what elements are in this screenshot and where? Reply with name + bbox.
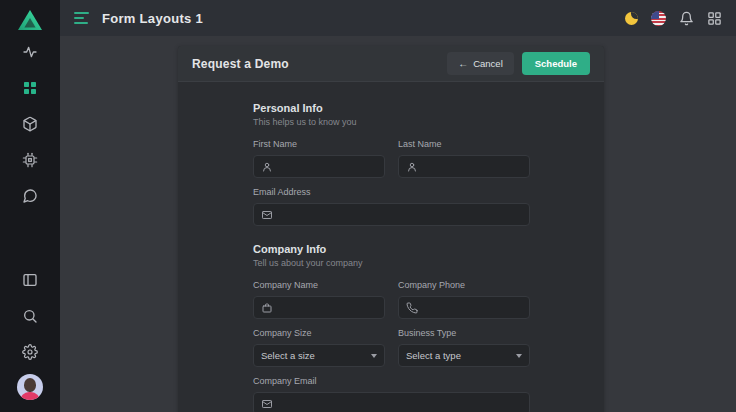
sidebar-item-search[interactable] xyxy=(12,298,48,334)
envelope-icon xyxy=(261,398,273,410)
person-icon xyxy=(406,161,418,173)
company-email-text-input[interactable] xyxy=(279,398,522,409)
cancel-button[interactable]: ← Cancel xyxy=(447,52,514,75)
user-avatar[interactable] xyxy=(17,374,43,400)
chat-bubble-icon xyxy=(22,188,38,204)
layout-icon xyxy=(22,272,38,288)
search-icon xyxy=(22,308,38,324)
company-phone-label: Company Phone xyxy=(398,280,530,290)
email-address-text-input[interactable] xyxy=(279,209,522,220)
last-name-field: Last Name xyxy=(398,139,530,178)
icon-sidebar xyxy=(0,0,60,412)
business-type-selected-value: Select a type xyxy=(406,350,510,361)
first-name-text-input[interactable] xyxy=(279,161,377,172)
sidebar-nav-top xyxy=(12,34,48,214)
envelope-icon xyxy=(261,209,273,221)
sidebar-nav-bottom xyxy=(12,262,48,370)
briefcase-icon xyxy=(261,302,273,314)
chevron-down-icon xyxy=(516,354,522,358)
schedule-button-label: Schedule xyxy=(535,58,577,69)
company-info-heading: Company Info xyxy=(253,243,530,255)
business-type-label: Business Type xyxy=(398,328,530,338)
section-personal-info: Personal Info This helps us to know you … xyxy=(253,102,530,226)
chevron-down-icon xyxy=(371,354,377,358)
email-address-input[interactable] xyxy=(253,203,530,226)
personal-info-heading: Personal Info xyxy=(253,102,530,114)
sidebar-item-elements[interactable] xyxy=(12,142,48,178)
activity-icon xyxy=(22,44,38,60)
sidebar-item-activity[interactable] xyxy=(12,34,48,70)
last-name-input[interactable] xyxy=(398,155,530,178)
chip-icon xyxy=(22,152,38,168)
company-size-selected-value: Select a size xyxy=(261,350,365,361)
language-selector[interactable] xyxy=(651,11,666,26)
person-icon xyxy=(261,161,273,173)
topbar-actions xyxy=(625,11,722,26)
back-arrow-icon: ← xyxy=(458,59,468,69)
email-address-label: Email Address xyxy=(253,187,530,197)
company-name-input[interactable] xyxy=(253,296,385,319)
business-type-select[interactable]: Select a type xyxy=(398,344,530,367)
moon-icon xyxy=(625,12,638,25)
personal-info-subtitle: This helps us to know you xyxy=(253,117,530,127)
phone-icon xyxy=(406,302,418,314)
cancel-button-label: Cancel xyxy=(473,58,503,69)
schedule-button[interactable]: Schedule xyxy=(522,52,590,75)
page-title: Form Layouts 1 xyxy=(102,11,203,26)
company-phone-input[interactable] xyxy=(398,296,530,319)
business-type-field: Business Type Select a type xyxy=(398,328,530,367)
menu-toggle-icon[interactable] xyxy=(74,10,89,26)
company-email-field: Company Email xyxy=(253,376,530,412)
content-area: Request a Demo ← Cancel Schedule Persona… xyxy=(60,36,736,412)
us-flag-icon xyxy=(651,11,666,26)
sidebar-item-settings[interactable] xyxy=(12,334,48,370)
gear-icon xyxy=(22,344,38,360)
first-name-field: First Name xyxy=(253,139,385,178)
app-logo-triangle-icon[interactable] xyxy=(17,8,43,32)
email-address-field: Email Address xyxy=(253,187,530,226)
last-name-label: Last Name xyxy=(398,139,530,149)
apps-menu-button[interactable] xyxy=(707,11,722,26)
company-phone-text-input[interactable] xyxy=(424,302,522,313)
notifications-button[interactable] xyxy=(679,11,694,26)
company-info-subtitle: Tell us about your company xyxy=(253,258,530,268)
apps-grid-icon xyxy=(707,11,722,26)
bell-icon xyxy=(679,11,694,26)
company-phone-field: Company Phone xyxy=(398,280,530,319)
sidebar-item-chat[interactable] xyxy=(12,178,48,214)
topbar: Form Layouts 1 xyxy=(60,0,736,36)
card-title: Request a Demo xyxy=(192,57,289,71)
company-size-select[interactable]: Select a size xyxy=(253,344,385,367)
grid-icon xyxy=(22,80,38,96)
card-header: Request a Demo ← Cancel Schedule xyxy=(178,46,604,82)
first-name-input[interactable] xyxy=(253,155,385,178)
first-name-label: First Name xyxy=(253,139,385,149)
sidebar-item-layouts[interactable] xyxy=(12,70,48,106)
company-name-text-input[interactable] xyxy=(279,302,377,313)
sidebar-item-layout-toggle[interactable] xyxy=(12,262,48,298)
company-email-input[interactable] xyxy=(253,392,530,412)
company-size-label: Company Size xyxy=(253,328,385,338)
company-email-label: Company Email xyxy=(253,376,530,386)
card-body: Personal Info This helps us to know you … xyxy=(178,82,604,412)
last-name-text-input[interactable] xyxy=(424,161,522,172)
company-name-label: Company Name xyxy=(253,280,385,290)
package-icon xyxy=(22,116,38,132)
dark-mode-toggle[interactable] xyxy=(625,12,638,25)
section-company-info: Company Info Tell us about your company … xyxy=(253,243,530,412)
sidebar-item-components[interactable] xyxy=(12,106,48,142)
company-name-field: Company Name xyxy=(253,280,385,319)
request-demo-card: Request a Demo ← Cancel Schedule Persona… xyxy=(178,46,604,412)
company-size-field: Company Size Select a size xyxy=(253,328,385,367)
